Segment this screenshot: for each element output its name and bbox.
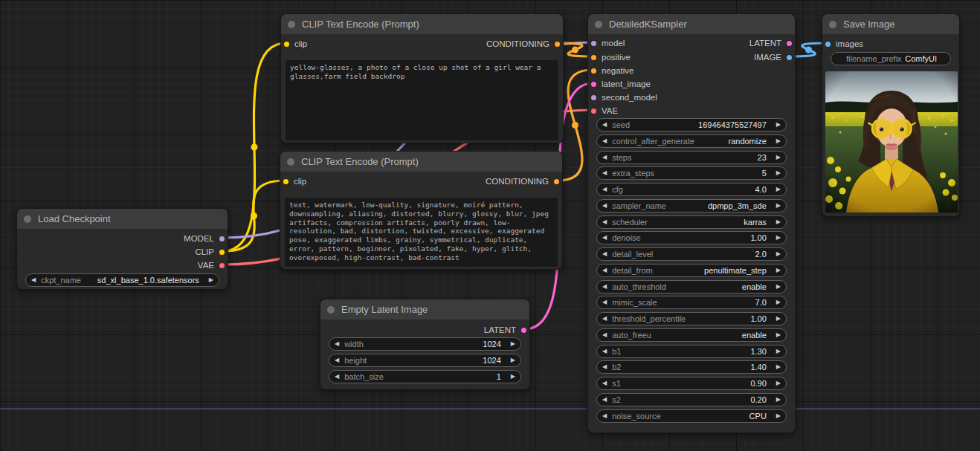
- widget-threshold-percentile[interactable]: ◀ threshold_percentile 1.00 ▶: [596, 312, 787, 325]
- clip-output-slot[interactable]: [219, 249, 225, 256]
- decrement-arrow-icon[interactable]: ◀: [597, 360, 612, 374]
- widget-height[interactable]: ◀ height 1024 ▶: [329, 354, 521, 367]
- decrement-arrow-icon[interactable]: ◀: [597, 264, 612, 277]
- widget-auto-freeu[interactable]: ◀ auto_freeu enable ▶: [596, 328, 787, 342]
- collapse-dot[interactable]: [24, 215, 31, 223]
- decrement-arrow-icon[interactable]: ◀: [597, 328, 612, 342]
- increment-arrow-icon[interactable]: ▶: [771, 377, 786, 390]
- increment-arrow-icon[interactable]: ▶: [771, 199, 786, 212]
- widget-extra-steps[interactable]: ◀ extra_steps 5 ▶: [596, 166, 787, 180]
- widget-denoise[interactable]: ◀ denoise 1.00 ▶: [596, 231, 787, 244]
- decrement-arrow-icon[interactable]: ◀: [597, 409, 612, 423]
- increment-arrow-icon[interactable]: ▶: [771, 118, 786, 132]
- widget-batch-size[interactable]: ◀ batch_size 1 ▶: [329, 370, 521, 383]
- widget-cfg[interactable]: ◀ cfg 4.0 ▶: [596, 183, 787, 196]
- widget-width[interactable]: ◀ width 1024 ▶: [329, 337, 521, 351]
- increment-arrow-icon[interactable]: ▶: [771, 312, 786, 325]
- increment-arrow-icon[interactable]: ▶: [506, 337, 520, 351]
- node-save-image[interactable]: Save Image images filename_prefix ComfyU…: [822, 13, 960, 217]
- node-detailed-ksampler[interactable]: DetailedKSampler model positive negative…: [587, 13, 796, 433]
- increment-arrow-icon[interactable]: ▶: [771, 264, 786, 277]
- decrement-arrow-icon[interactable]: ◀: [329, 354, 344, 367]
- decrement-arrow-icon[interactable]: ◀: [597, 393, 612, 406]
- decrement-arrow-icon[interactable]: ◀: [597, 377, 612, 390]
- increment-arrow-icon[interactable]: ▶: [771, 231, 786, 244]
- decrement-arrow-icon[interactable]: ◀: [597, 134, 612, 148]
- model-output-slot[interactable]: [219, 236, 225, 242]
- increment-arrow-icon[interactable]: ▶: [771, 360, 786, 374]
- negative-prompt-textarea[interactable]: text, watermark, low-quality, signature,…: [285, 198, 558, 267]
- vae-output-slot[interactable]: [219, 262, 225, 269]
- decrement-arrow-icon[interactable]: ◀: [597, 199, 612, 212]
- node-title-bar[interactable]: Empty Latent Image: [320, 299, 529, 319]
- decrement-arrow-icon[interactable]: ◀: [329, 370, 344, 383]
- decrement-arrow-icon[interactable]: ◀: [329, 337, 344, 351]
- decrement-arrow-icon[interactable]: ◀: [597, 118, 612, 132]
- decrement-arrow-icon[interactable]: ◀: [597, 280, 612, 293]
- increment-arrow-icon[interactable]: ▶: [771, 393, 786, 406]
- widget-control-after-generate[interactable]: ◀ control_after_generate randomize ▶: [596, 134, 787, 148]
- increment-arrow-icon[interactable]: ▶: [506, 354, 520, 367]
- increment-arrow-icon[interactable]: ▶: [771, 183, 786, 196]
- node-clip-text-encode-negative[interactable]: CLIP Text Encode (Prompt) clip CONDITION…: [280, 151, 563, 270]
- increment-arrow-icon[interactable]: ▶: [771, 280, 786, 293]
- widget-filename-prefix[interactable]: filename_prefix ComfyUI: [831, 52, 951, 65]
- negative-input-slot[interactable]: [590, 68, 597, 74]
- decrement-arrow-icon[interactable]: ◀: [597, 247, 612, 261]
- increment-arrow-icon[interactable]: ▶: [771, 296, 786, 309]
- widget-s2[interactable]: ◀ s2 0.20 ▶: [596, 393, 787, 406]
- latent-output-slot[interactable]: [520, 327, 527, 334]
- node-clip-text-encode-positive[interactable]: CLIP Text Encode (Prompt) clip CONDITION…: [280, 13, 564, 143]
- node-title-bar[interactable]: CLIP Text Encode (Prompt): [280, 152, 562, 172]
- collapse-dot[interactable]: [288, 21, 295, 28]
- decrement-arrow-icon[interactable]: ◀: [26, 273, 41, 287]
- decrement-arrow-icon[interactable]: ◀: [597, 215, 612, 229]
- node-title-bar[interactable]: CLIP Text Encode (Prompt): [281, 14, 563, 34]
- node-load-checkpoint[interactable]: Load Checkpoint MODEL CLIP VAE ◀ ckpt_na…: [16, 208, 228, 290]
- increment-arrow-icon[interactable]: ▶: [771, 409, 786, 423]
- collapse-dot[interactable]: [287, 158, 294, 166]
- decrement-arrow-icon[interactable]: ◀: [597, 345, 612, 358]
- conditioning-output-slot[interactable]: [554, 41, 561, 48]
- image-output-slot[interactable]: [786, 54, 793, 61]
- increment-arrow-icon[interactable]: ▶: [771, 247, 786, 261]
- widget-seed[interactable]: ◀ seed 169464375527497 ▶: [596, 118, 787, 132]
- widget-sampler-name[interactable]: ◀ sampler_name dpmpp_3m_sde ▶: [596, 199, 787, 212]
- node-title-bar[interactable]: DetailedKSampler: [588, 14, 795, 34]
- images-input-slot[interactable]: [825, 41, 831, 48]
- collapse-dot[interactable]: [829, 21, 836, 28]
- increment-arrow-icon[interactable]: ▶: [506, 370, 520, 383]
- increment-arrow-icon[interactable]: ▶: [771, 166, 786, 180]
- collapse-dot[interactable]: [595, 21, 602, 28]
- node-title-bar[interactable]: Load Checkpoint: [17, 209, 228, 229]
- increment-arrow-icon[interactable]: ▶: [771, 134, 786, 148]
- widget-mimic-scale[interactable]: ◀ mimic_scale 7.0 ▶: [596, 296, 787, 309]
- increment-arrow-icon[interactable]: ▶: [771, 328, 786, 342]
- decrement-arrow-icon[interactable]: ◀: [597, 166, 612, 180]
- widget-detail-from[interactable]: ◀ detail_from penultimate_step ▶: [596, 264, 787, 277]
- node-title-bar[interactable]: Save Image: [822, 14, 959, 34]
- decrement-arrow-icon[interactable]: ◀: [597, 296, 612, 309]
- conditioning-output-slot[interactable]: [553, 178, 560, 185]
- increment-arrow-icon[interactable]: ▶: [771, 345, 786, 358]
- positive-prompt-textarea[interactable]: yellow-glasses, a photo of a close up sh…: [286, 60, 558, 140]
- widget-b2[interactable]: ◀ b2 1.40 ▶: [596, 360, 787, 374]
- widget-s1[interactable]: ◀ s1 0.90 ▶: [596, 377, 787, 390]
- second-model-input-slot[interactable]: [590, 94, 597, 101]
- decrement-arrow-icon[interactable]: ◀: [597, 151, 612, 164]
- increment-arrow-icon[interactable]: ▶: [771, 215, 786, 229]
- increment-arrow-icon[interactable]: ▶: [771, 151, 786, 164]
- widget-detail-level[interactable]: ◀ detail_level 2.0 ▶: [596, 247, 787, 261]
- increment-arrow-icon[interactable]: ▶: [204, 273, 219, 287]
- latent-image-input-slot[interactable]: [590, 81, 597, 88]
- widget-b1[interactable]: ◀ b1 1.30 ▶: [596, 345, 787, 358]
- node-empty-latent-image[interactable]: Empty Latent Image LATENT ◀ width 1024 ▶…: [320, 299, 530, 390]
- vae-input-slot[interactable]: [590, 108, 597, 114]
- widget-steps[interactable]: ◀ steps 23 ▶: [596, 151, 787, 164]
- widget-auto-threshold[interactable]: ◀ auto_threshold enable ▶: [596, 280, 787, 293]
- latent-output-slot[interactable]: [786, 40, 793, 47]
- collapse-dot[interactable]: [327, 306, 335, 314]
- widget-ckpt-name[interactable]: ◀ ckpt_name sd_xl_base_1.0.safetensors ▶: [25, 273, 219, 287]
- widget-scheduler[interactable]: ◀ scheduler karras ▶: [596, 215, 787, 229]
- graph-canvas[interactable]: CLIP Text Encode (Prompt) clip CONDITION…: [0, 0, 980, 451]
